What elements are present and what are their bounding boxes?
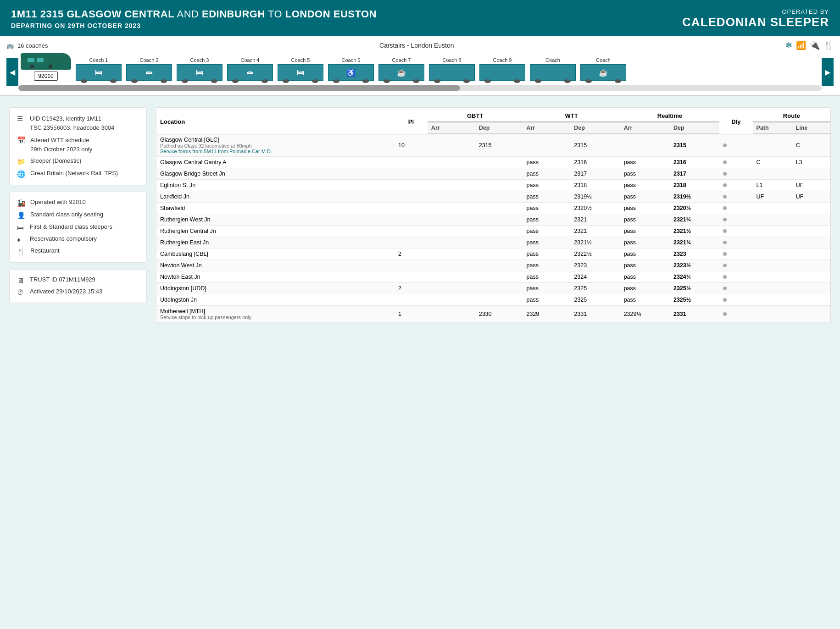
coach-6[interactable]: Coach 6 ♿: [326, 57, 376, 81]
table-row: Glasgow Central [GLC]Pathed as Class 92 …: [156, 134, 830, 156]
delay-dot: [719, 156, 752, 168]
coach-scrollbar-track[interactable]: [18, 85, 822, 91]
location-name: Newton East Jn: [160, 274, 391, 280]
coach-11[interactable]: Coach ☕: [578, 57, 629, 81]
table-row: Rutherglen Central Jnpass2321pass2321½: [156, 225, 830, 237]
rt-arr-sub: Arr: [620, 122, 670, 134]
wtt-header: WTT: [523, 108, 620, 122]
network-row: 🌐 Great Britain (Network Rail, TPS): [17, 170, 139, 178]
line-sub: Line: [792, 122, 830, 134]
coach-8[interactable]: Coach 8: [427, 57, 477, 81]
sidebar: ☰ UID C19423, identity 1M11 TSC 23556003…: [9, 107, 147, 323]
rt-dep-cell: 2331: [670, 305, 719, 322]
coach-1[interactable]: Coach 1 🛏: [73, 57, 124, 81]
table-row: Glasgow Bridge Street Jnpass2317pass2317: [156, 168, 830, 179]
seating-text: Standard class only seating: [30, 211, 103, 218]
schedule-text: Altered WTT schedule 29th October 2023 o…: [30, 136, 92, 154]
location-name: Cambuslang [CBL]: [160, 251, 391, 257]
coach-4-icon: 🛏: [246, 68, 254, 77]
location-cell: Glasgow Central [GLC]Pathed as Class 92 …: [156, 134, 395, 156]
delay-indicator: [723, 172, 727, 176]
location-name: Larkfield Jn: [160, 193, 391, 200]
location-name: Uddingston Jn: [160, 297, 391, 303]
coach-4[interactable]: Coach 4 🛏: [225, 57, 275, 81]
location-cell: Eglinton St Jn: [156, 179, 395, 191]
pl-header: Pl: [395, 108, 428, 134]
calendar-icon: 📅: [17, 136, 26, 144]
coach-10[interactable]: Coach: [528, 57, 578, 81]
location-cell: Shawfield: [156, 202, 395, 214]
and-label: AND: [177, 8, 199, 20]
main-content: ☰ UID C19423, identity 1M11 TSC 23556003…: [0, 96, 840, 334]
location-cell: Motherwell [MTH]Service stops to pick up…: [156, 305, 395, 322]
location-name: Glasgow Central Gantry A: [160, 159, 391, 166]
train-title: 1M11 2315 GLASGOW CENTRAL AND EDINBURGH …: [11, 8, 377, 20]
loco-number: 92010: [34, 72, 57, 81]
coach-4-label: Coach 4: [241, 57, 260, 63]
operated-row: 🚂 Operated with 92010: [17, 199, 139, 207]
coach-2-body: 🛏: [126, 64, 172, 81]
coach-6-icon: ♿: [346, 68, 356, 77]
location-cell: Larkfield Jn: [156, 191, 395, 202]
departure-time: 2315: [40, 8, 64, 20]
coach-10-body: [530, 64, 576, 81]
coach-scrollbar-thumb[interactable]: [18, 85, 460, 91]
reservations-row: ♦ Reservations compulsory: [17, 235, 139, 243]
rt-dep-cell: 2325½: [670, 282, 719, 294]
coach-9[interactable]: Coach 9: [477, 57, 528, 81]
table-row: Newton East Jnpass2324pass2324¾: [156, 271, 830, 282]
location-note: Pathed as Class 92 locomotive at 80mph: [160, 143, 391, 149]
type-text: Sleeper (Domestic): [30, 157, 81, 164]
delay-indicator: [723, 160, 727, 164]
delay-dot: [719, 179, 752, 191]
coach-11-body: ☕: [580, 64, 626, 81]
schedule-line2: 29th October 2023 only: [30, 145, 92, 154]
location-note2[interactable]: Service forms from 5M11 from Polmadie Ca…: [160, 149, 391, 154]
train-icon: 🚌: [6, 42, 14, 49]
origin1: GLASGOW CENTRAL: [67, 8, 174, 20]
globe-icon: 🌐: [17, 170, 26, 178]
sleepers-row: 🛏 First & Standard class sleepers: [17, 223, 139, 232]
header-left: 1M11 2315 GLASGOW CENTRAL AND EDINBURGH …: [11, 8, 377, 29]
gbtt-header: GBTT: [428, 108, 523, 122]
coach-7[interactable]: Coach 7 ☕: [376, 57, 427, 81]
coach-strip: 92010 Coach 1 🛏 Coach 2 🛏: [18, 53, 822, 83]
coach-8-body: [429, 64, 475, 81]
uid-line1: UID C19423, identity 1M11: [30, 114, 114, 123]
coach-2[interactable]: Coach 2 🛏: [124, 57, 174, 81]
activated-text: Activated 29/10/2023 15:43: [30, 288, 102, 295]
delay-indicator: [723, 218, 727, 221]
rt-dep-cell: 2321¼: [670, 214, 719, 225]
delay-dot: [719, 191, 752, 202]
coach-11-icon: ☕: [599, 68, 608, 77]
location-name: Uddingston [UDD]: [160, 285, 391, 292]
to-label: TO: [268, 8, 282, 20]
coach-scroll-right[interactable]: ▶: [822, 58, 834, 86]
origin2: EDINBURGH: [202, 8, 265, 20]
coach-5[interactable]: Coach 5 🛏: [275, 57, 326, 81]
coach-scroll-wrapper[interactable]: 92010 Coach 1 🛏 Coach 2 🛏: [18, 53, 822, 91]
bed-icon: 🛏: [17, 224, 25, 232]
location-name: Rutherglen East Jn: [160, 239, 391, 246]
delay-dot: [719, 271, 752, 282]
table-row: Eglinton St Jnpass2318pass2318L1UF: [156, 179, 830, 191]
table-row: Rutherglen East Jnpass2321½pass2321¾: [156, 237, 830, 248]
coach-7-body: ☕: [378, 64, 424, 81]
coach-route: Carstairs - London Euston: [379, 42, 454, 49]
coach-diagram-area: 🚌 16 coaches Carstairs - London Euston ❄…: [0, 36, 840, 96]
uid-line2: TSC 23556003, headcode 3004: [30, 123, 114, 132]
service-id: 1M11: [11, 8, 37, 20]
location-cell: Newton East Jn: [156, 271, 395, 282]
operations-card: 🚂 Operated with 92010 👤 Standard class o…: [9, 192, 147, 263]
delay-indicator: [723, 241, 727, 244]
trust-card: 🖥 TRUST ID 071M11M929 ⏱ Activated 29/10/…: [9, 269, 147, 303]
rt-dep-cell: 2315: [670, 134, 719, 156]
coach-7-label: Coach 7: [392, 57, 411, 63]
rt-dep-cell: 2316: [670, 156, 719, 168]
rt-dep-cell: 2325½: [670, 294, 719, 305]
location-cell: Uddingston [UDD]: [156, 282, 395, 294]
coach-5-icon: 🛏: [297, 68, 304, 77]
coach-scroll-left[interactable]: ◀: [6, 58, 18, 86]
coach-3[interactable]: Coach 3 🛏: [174, 57, 225, 81]
location-cell: Rutherglen West Jn: [156, 214, 395, 225]
